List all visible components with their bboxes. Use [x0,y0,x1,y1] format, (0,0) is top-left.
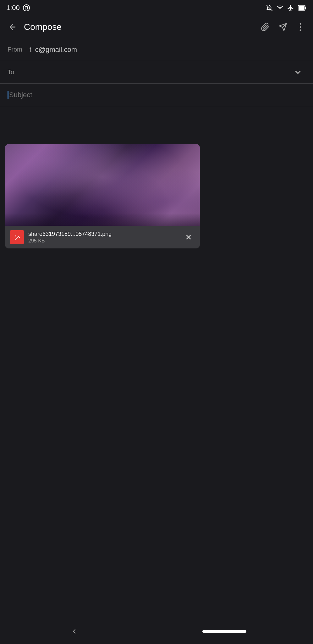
status-right [266,4,307,11]
battery-icon [298,4,307,11]
chevron-down-icon [294,68,302,77]
page-title: Compose [20,22,258,32]
svg-point-6 [300,26,301,28]
file-type-icon [10,230,24,244]
subject-input[interactable] [9,91,305,99]
app-icon-svg [24,6,29,10]
svg-point-9 [15,236,16,236]
close-icon [185,233,192,241]
more-button[interactable] [293,19,308,35]
expand-recipients-button[interactable] [290,65,305,80]
to-input[interactable] [30,68,290,76]
attach-button[interactable] [258,19,273,35]
to-label: To [8,69,30,76]
status-app-icon [23,4,30,11]
home-indicator[interactable] [202,630,246,633]
back-arrow-icon [8,23,17,31]
subject-row [0,84,313,106]
status-bar: 1:00 [0,0,313,16]
file-name: share631973189...05748371.png [28,231,178,237]
wifi-icon [277,4,283,11]
attachment-container: share631973189...05748371.png 295 KB [5,144,200,248]
app-bar: Compose [0,16,313,38]
svg-rect-3 [299,6,305,10]
navigation-bar [0,622,313,644]
back-button[interactable] [5,19,20,35]
attachment-preview [5,144,200,226]
airplane-icon [287,4,294,11]
sender-letter: t [30,46,31,53]
image-icon [13,233,21,241]
status-left: 1:00 [6,4,30,12]
more-dots-icon [299,23,301,31]
file-details: share631973189...05748371.png 295 KB [28,231,178,244]
attach-icon [261,23,270,31]
body-area[interactable] [0,106,313,144]
sender-email: c@gmail.com [35,46,77,54]
svg-rect-1 [25,7,27,9]
svg-point-5 [300,23,301,25]
to-field [30,68,290,76]
text-cursor [8,91,8,99]
send-button[interactable] [275,19,290,35]
from-sender: t c@gmail.com [30,46,305,54]
compose-form: From t c@gmail.com To [0,38,313,248]
system-back-button[interactable] [67,624,82,639]
system-back-icon [70,628,78,635]
app-bar-actions [258,19,308,35]
remove-attachment-button[interactable] [182,231,195,243]
file-size: 295 KB [28,238,178,244]
send-icon [278,23,287,31]
bell-mute-icon [266,4,273,11]
from-row: From t c@gmail.com [0,38,313,61]
from-label: From [8,46,30,53]
attachment-info: share631973189...05748371.png 295 KB [5,226,200,248]
svg-point-7 [300,30,301,31]
status-time: 1:00 [6,4,20,12]
svg-rect-4 [305,7,306,9]
to-row: To [0,61,313,84]
